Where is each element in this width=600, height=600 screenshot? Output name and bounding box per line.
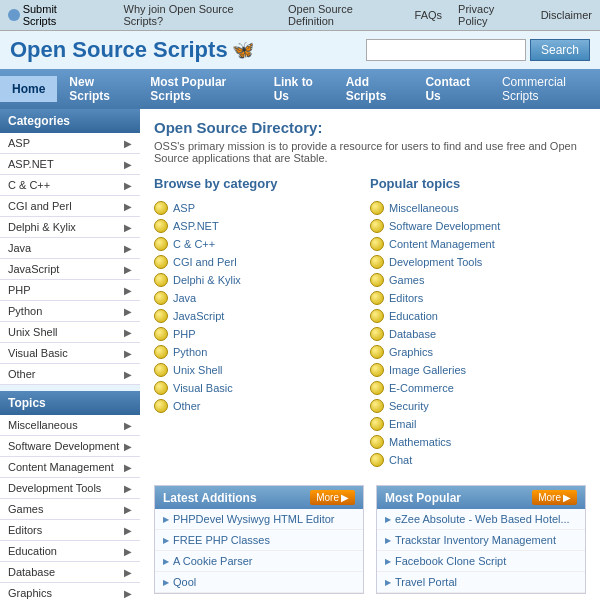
nav-home[interactable]: Home [0, 76, 57, 102]
sidebar-topic-item[interactable]: Software Development▶ [0, 436, 140, 457]
popular-topic-item[interactable]: Chat [370, 451, 586, 469]
latest-item[interactable]: FREE PHP Classes [155, 530, 363, 551]
sidebar-category-item[interactable]: Visual Basic▶ [0, 343, 140, 364]
coin-icon [154, 273, 168, 287]
sidebar-category-item[interactable]: PHP▶ [0, 280, 140, 301]
popular-header: Most Popular More ▶ [377, 486, 585, 509]
submit-link[interactable]: Submit Scripts [8, 3, 92, 27]
sidebar-topic-item[interactable]: Database▶ [0, 562, 140, 583]
sidebar-topic-item[interactable]: Games▶ [0, 499, 140, 520]
nav-most-popular[interactable]: Most Popular Scripts [138, 69, 261, 109]
browse-category-item[interactable]: C & C++ [154, 235, 370, 253]
coin-icon [154, 345, 168, 359]
coin-icon [154, 381, 168, 395]
sidebar-topic-item[interactable]: Development Tools▶ [0, 478, 140, 499]
popular-topic-item[interactable]: Email [370, 415, 586, 433]
nav-new-scripts[interactable]: New Scripts [57, 69, 138, 109]
browse-category-item[interactable]: Other [154, 397, 370, 415]
browse-category-item[interactable]: ASP.NET [154, 217, 370, 235]
sidebar-category-item[interactable]: Other▶ [0, 364, 140, 385]
search-button[interactable]: Search [530, 39, 590, 61]
search-area: Search [366, 39, 590, 61]
popular-topic-item[interactable]: Security [370, 397, 586, 415]
sidebar-category-item[interactable]: C & C++▶ [0, 175, 140, 196]
popular-topic-item[interactable]: Content Management [370, 235, 586, 253]
sidebar-topic-item[interactable]: Miscellaneous▶ [0, 415, 140, 436]
privacy-link[interactable]: Privacy Policy [458, 3, 525, 27]
sidebar-category-item[interactable]: Unix Shell▶ [0, 322, 140, 343]
browse-category-item[interactable]: Delphi & Kylix [154, 271, 370, 289]
latest-item[interactable]: PHPDevel Wysiwyg HTML Editor [155, 509, 363, 530]
sidebar-arrow-icon: ▶ [124, 504, 132, 515]
popular-item[interactable]: Trackstar Inventory Management [377, 530, 585, 551]
sidebar-arrow-icon: ▶ [124, 159, 132, 170]
disclaimer-link[interactable]: Disclaimer [541, 9, 592, 21]
sidebar-topic-item[interactable]: Graphics▶ [0, 583, 140, 600]
popular-item[interactable]: Facebook Clone Script [377, 551, 585, 572]
search-input[interactable] [366, 39, 526, 61]
coin-icon [154, 219, 168, 233]
popular-topic-item[interactable]: Games [370, 271, 586, 289]
coin-icon [370, 381, 384, 395]
popular-item[interactable]: Travel Portal [377, 572, 585, 593]
coin-icon [154, 363, 168, 377]
popular-topic-item[interactable]: Education [370, 307, 586, 325]
popular-topic-item[interactable]: E-Commerce [370, 379, 586, 397]
latest-item[interactable]: A Cookie Parser [155, 551, 363, 572]
sidebar-category-item[interactable]: Python▶ [0, 301, 140, 322]
sidebar-category-item[interactable]: ASP.NET▶ [0, 154, 140, 175]
popular-more-button[interactable]: More ▶ [532, 490, 577, 505]
browse-category-item[interactable]: Java [154, 289, 370, 307]
more-arrow-icon: ▶ [341, 492, 349, 503]
browse-category-item[interactable]: Python [154, 343, 370, 361]
browse-category-item[interactable]: ASP [154, 199, 370, 217]
faqs-link[interactable]: FAQs [415, 9, 443, 21]
nav-add-scripts[interactable]: Add Scripts [334, 69, 414, 109]
header: Open Source Scripts 🦋 Search [0, 31, 600, 69]
coin-icon [154, 399, 168, 413]
popular-item[interactable]: eZee Absolute - Web Based Hotel... [377, 509, 585, 530]
browse-category-item[interactable]: Unix Shell [154, 361, 370, 379]
sidebar-category-item[interactable]: ASP▶ [0, 133, 140, 154]
content-area: Open Source Directory: OSS's primary mis… [140, 109, 600, 600]
browse-category-item[interactable]: PHP [154, 325, 370, 343]
sidebar-topic-item[interactable]: Editors▶ [0, 520, 140, 541]
browse-section: Browse by category ASPASP.NETC & C++CGI … [154, 176, 586, 469]
sidebar-categories: ASP▶ASP.NET▶C & C++▶CGI and Perl▶Delphi … [0, 133, 140, 385]
nav-link-to-us[interactable]: Link to Us [262, 69, 334, 109]
sidebar-category-item[interactable]: Java▶ [0, 238, 140, 259]
latest-items: PHPDevel Wysiwyg HTML EditorFREE PHP Cla… [155, 509, 363, 593]
topics-title: Topics [0, 391, 140, 415]
popular-topic-item[interactable]: Mathematics [370, 433, 586, 451]
definition-link[interactable]: Open Source Definition [288, 3, 399, 27]
popular-topic-item[interactable]: Software Development [370, 217, 586, 235]
popular-topic-item[interactable]: Image Galleries [370, 361, 586, 379]
sidebar-category-item[interactable]: JavaScript▶ [0, 259, 140, 280]
logo-area: Open Source Scripts 🦋 [10, 37, 254, 63]
popular-topic-item[interactable]: Graphics [370, 343, 586, 361]
popular-topic-item[interactable]: Miscellaneous [370, 199, 586, 217]
popular-topic-item[interactable]: Database [370, 325, 586, 343]
latest-panel: Latest Additions More ▶ PHPDevel Wysiwyg… [154, 485, 364, 594]
sidebar-arrow-icon: ▶ [124, 441, 132, 452]
popular-topic-item[interactable]: Editors [370, 289, 586, 307]
sidebar-arrow-icon: ▶ [124, 420, 132, 431]
browse-category-item[interactable]: Visual Basic [154, 379, 370, 397]
coin-icon [370, 291, 384, 305]
sidebar-category-item[interactable]: Delphi & Kylix▶ [0, 217, 140, 238]
browse-category-item[interactable]: JavaScript [154, 307, 370, 325]
popular-topic-item[interactable]: Development Tools [370, 253, 586, 271]
latest-more-button[interactable]: More ▶ [310, 490, 355, 505]
sidebar-category-item[interactable]: CGI and Perl▶ [0, 196, 140, 217]
sidebar-topic-item[interactable]: Content Management▶ [0, 457, 140, 478]
why-link[interactable]: Why join Open Source Scripts? [124, 3, 273, 27]
commercial-scripts-link[interactable]: Commercial Scripts [490, 69, 600, 109]
coin-icon [370, 345, 384, 359]
sidebar-topic-item[interactable]: Education▶ [0, 541, 140, 562]
categories-title: Categories [0, 109, 140, 133]
latest-item[interactable]: Qool [155, 572, 363, 593]
butterfly-icon: 🦋 [232, 39, 254, 61]
popular-title: Popular topics [370, 176, 586, 191]
nav-contact-us[interactable]: Contact Us [413, 69, 489, 109]
browse-category-item[interactable]: CGI and Perl [154, 253, 370, 271]
